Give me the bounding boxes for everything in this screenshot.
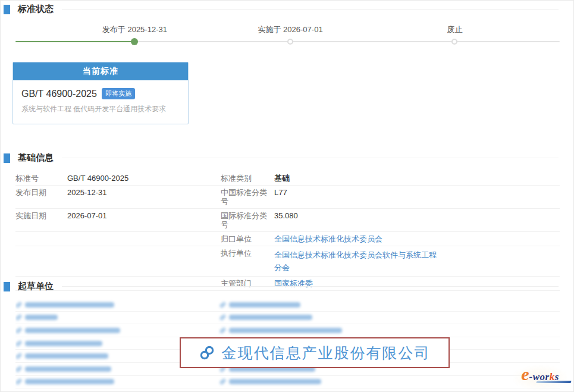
link-icon: [15, 378, 22, 385]
blurred-text: [229, 379, 321, 384]
executing-unit-link[interactable]: 全国信息技术标准化技术委员会软件与系统工程分会: [274, 249, 442, 274]
field-label: 归口单位: [221, 234, 274, 243]
section-header-status: 标准状态: [4, 4, 559, 15]
link-icon: [219, 378, 226, 385]
card-header: 当前标准: [13, 62, 188, 80]
timeline-dot-upcoming: [287, 39, 293, 45]
drafting-unit-link-blurred[interactable]: [15, 302, 114, 308]
status-badge: 即将实施: [102, 88, 135, 99]
link-icon: [219, 302, 226, 308]
timeline-progress: [15, 41, 134, 42]
link-icon: [15, 314, 22, 321]
link-icon: [15, 327, 22, 334]
field-label: 发布日期: [15, 188, 67, 206]
timeline-stop-abolished: 废止: [447, 24, 462, 35]
blurred-text: [25, 366, 111, 372]
field-value-implement-date: 2026-07-01: [67, 211, 107, 229]
link-icon: [219, 327, 226, 334]
link-icon: [219, 314, 226, 321]
drafting-unit-link-blurred[interactable]: [15, 378, 114, 385]
field-label: 执行单位: [221, 249, 274, 274]
field-value-category: 基础: [274, 174, 290, 183]
field-value-ics: 35.080: [274, 211, 298, 229]
section-title-drafting: 起草单位: [18, 281, 54, 292]
section-marker: [4, 282, 10, 291]
info-row: 标准号 GB/T 46900-2025 标准类别 基础: [15, 171, 560, 186]
section-title-basic-info: 基础信息: [18, 152, 54, 164]
blurred-text: [25, 341, 102, 346]
standard-status-timeline: 发布于 2025-12-31 实施于 2026-07-01 废止: [15, 24, 560, 51]
link-icon: [199, 345, 215, 360]
field-label: 国际标准分类号: [221, 211, 274, 229]
link-icon: [15, 353, 22, 359]
drafting-units-row: [15, 376, 560, 389]
field-label: 实施日期: [15, 211, 67, 229]
timeline-label: 实施于 2026-07-01: [258, 24, 323, 35]
logo-underline-bar: [537, 381, 572, 383]
section-divider: [62, 158, 559, 158]
timeline-dot-reached: [131, 38, 138, 45]
drafting-unit-link-blurred[interactable]: [219, 314, 312, 321]
field-label: 标准类别: [221, 174, 274, 183]
info-row: 执行单位 全国信息技术标准化技术委员会软件与系统工程分会: [15, 246, 560, 277]
drafting-unit-link-blurred[interactable]: [219, 378, 321, 385]
field-value-ccs: L77: [274, 188, 287, 206]
section-divider: [62, 286, 559, 287]
standard-name: 系统与软件工程 低代码开发平台通用技术要求: [21, 104, 180, 114]
drafting-unit-link-blurred[interactable]: [219, 327, 342, 334]
info-row: 实施日期 2026-07-01 国际标准分类号 35.080: [15, 209, 560, 232]
standard-code: GB/T 46900-2025: [21, 89, 97, 99]
section-marker: [4, 5, 10, 14]
section-divider: [62, 9, 559, 10]
current-standard-card: 当前标准 GB/T 46900-2025 即将实施 系统与软件工程 低代码开发平…: [12, 62, 189, 124]
section-marker: [4, 153, 10, 163]
highlighted-unit-link[interactable]: 金现代信息产业股份有限公司: [222, 343, 431, 363]
field-value-publish-date: 2025-12-31: [67, 188, 107, 206]
field-label: 中国标准分类号: [221, 188, 274, 206]
blurred-text: [25, 328, 120, 333]
blurred-text: [25, 353, 108, 359]
timeline-stop-published: 发布于 2025-12-31: [102, 24, 167, 35]
field-value-standard-no: GB/T 46900-2025: [67, 174, 128, 183]
info-row: 发布日期 2025-12-31 中国标准分类号 L77: [15, 186, 560, 209]
drafting-unit-link-blurred[interactable]: [15, 340, 102, 347]
section-header-basic-info: 基础信息: [4, 152, 559, 164]
blurred-text: [229, 328, 342, 333]
blurred-text: [229, 315, 312, 320]
section-title-status: 标准状态: [18, 4, 54, 15]
logo-e-glyph: e: [521, 364, 529, 384]
timeline-stop-implemented: 实施于 2026-07-01: [258, 24, 323, 35]
link-icon: [15, 340, 22, 347]
timeline-label: 发布于 2025-12-31: [102, 24, 167, 35]
timeline-label: 废止: [447, 24, 462, 35]
highlighted-unit-callout: 金现代信息产业股份有限公司: [180, 337, 450, 368]
drafting-unit-link-blurred[interactable]: [219, 302, 300, 308]
eworks-logo: e-works: [521, 365, 559, 383]
standard-detail-page: 标准状态 发布于 2025-12-31 实施于 2026-07-01 废止 当前…: [0, 0, 574, 392]
drafting-units-row: [15, 299, 560, 312]
blurred-text: [25, 379, 114, 384]
drafting-unit-link-blurred[interactable]: [15, 366, 111, 372]
blurred-text: [25, 302, 114, 308]
drafting-unit-link-blurred[interactable]: [15, 327, 120, 334]
timeline-dot-upcoming: [451, 39, 457, 45]
blurred-text: [25, 315, 58, 320]
drafting-unit-link-blurred[interactable]: [15, 314, 58, 321]
info-row: 归口单位 全国信息技术标准化技术委员会: [15, 232, 560, 246]
drafting-units-row: [15, 324, 560, 337]
basic-info-table: 标准号 GB/T 46900-2025 标准类别 基础 发布日期 2025-12…: [15, 171, 560, 291]
centralized-unit-link[interactable]: 全国信息技术标准化技术委员会: [274, 234, 382, 243]
eworks-watermark: e-works: [513, 365, 567, 390]
blurred-text: [229, 302, 300, 308]
link-icon: [15, 302, 22, 308]
card-body: GB/T 46900-2025 即将实施 系统与软件工程 低代码开发平台通用技术…: [13, 80, 188, 124]
link-icon: [15, 366, 22, 372]
drafting-units-row: [15, 312, 560, 325]
section-header-drafting: 起草单位: [4, 281, 559, 292]
field-label: 标准号: [15, 174, 67, 183]
drafting-unit-link-blurred[interactable]: [15, 353, 108, 359]
